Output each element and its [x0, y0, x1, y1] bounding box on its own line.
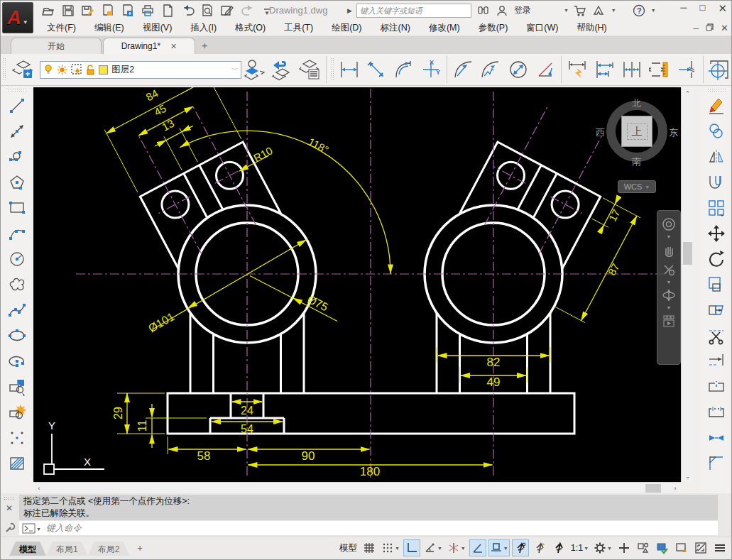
menu-insert[interactable]: 插入(I) [181, 21, 226, 35]
menu-file[interactable]: 文件(F) [38, 21, 85, 35]
annotation-visibility-icon[interactable] [512, 539, 529, 556]
dim-center-mark-icon[interactable] [706, 55, 732, 84]
dim-jogged-icon[interactable] [477, 55, 504, 84]
scroll-down-icon[interactable]: ⌄ [682, 470, 694, 482]
nav-zoom-chevron-icon[interactable]: ▼ [667, 280, 672, 285]
tab-layout1[interactable]: 布局1 [46, 542, 88, 556]
toolbar-grip[interactable] [8, 88, 26, 92]
annotation-scale-icon[interactable] [550, 539, 567, 556]
dim-break-icon[interactable] [673, 55, 700, 84]
menu-format[interactable]: 格式(O) [226, 21, 275, 35]
scroll-up-icon[interactable]: ⌃ [682, 87, 694, 99]
scroll-left-icon[interactable]: ‹ [33, 483, 45, 494]
new-drawing-icon[interactable] [160, 3, 175, 18]
polar-icon[interactable]: ▼ [422, 539, 444, 556]
drawing-canvas[interactable]: 84 45 13 R10 118° Ø101 Ø75 29 11 24 54 5… [33, 87, 681, 482]
save-icon[interactable] [60, 3, 75, 18]
tool-line[interactable] [4, 93, 31, 119]
minimize-button[interactable]: ─ [680, 2, 687, 15]
vertical-scroll-thumb[interactable] [683, 242, 692, 265]
a360-chevron-icon[interactable]: ▼ [611, 8, 616, 13]
model-space-toggle[interactable]: 模型 [338, 539, 359, 556]
iso-draft-icon[interactable]: ▼ [446, 539, 467, 556]
menu-window[interactable]: 窗口(W) [517, 21, 567, 35]
dim-diameter-icon[interactable] [504, 55, 531, 84]
wcs-button[interactable]: WCS▼ [618, 180, 656, 193]
horizontal-scroll-thumb[interactable] [645, 484, 661, 493]
tool-join[interactable] [703, 425, 730, 451]
annotation-autoscale-icon[interactable] [531, 539, 548, 556]
otrack-icon[interactable] [469, 539, 486, 556]
tool-insert-block[interactable] [4, 374, 31, 400]
plus-icon[interactable] [616, 539, 633, 556]
menu-modify[interactable]: 修改(M) [420, 21, 469, 35]
tool-stretch[interactable] [703, 297, 730, 323]
tab-close-icon[interactable]: ✕ [170, 42, 177, 51]
tool-break-point[interactable] [703, 374, 730, 400]
tool-rectangle[interactable] [4, 195, 31, 221]
dim-linear-icon[interactable] [336, 55, 363, 84]
tool-arc[interactable] [4, 221, 31, 246]
dim-space-icon[interactable] [646, 55, 673, 84]
help-chevron-icon[interactable]: ▼ [651, 8, 656, 13]
command-grip[interactable] [4, 496, 15, 500]
snap-icon[interactable]: ▼ [380, 539, 401, 556]
preview-icon[interactable] [200, 3, 214, 18]
menu-help[interactable]: 帮助(H) [567, 21, 616, 35]
tool-chamfer[interactable] [703, 451, 730, 476]
save-as-icon[interactable] [80, 3, 95, 18]
print-icon[interactable] [140, 3, 155, 18]
tool-copy[interactable] [703, 119, 730, 144]
tool-polyline[interactable] [4, 144, 31, 170]
plot-icon[interactable] [100, 3, 115, 18]
command-wrench-icon[interactable] [4, 522, 16, 536]
add-layout-button[interactable]: ＋ [129, 540, 150, 556]
osnap-icon[interactable]: ▼ [488, 539, 510, 556]
search-binoculars-icon[interactable] [476, 3, 491, 18]
nav-orbit-icon[interactable] [660, 286, 678, 304]
tab-model[interactable]: 模型 [9, 542, 46, 556]
nav-orbit-chevron-icon[interactable]: ▼ [667, 306, 672, 310]
tool-hatch[interactable] [4, 451, 31, 476]
nav-zoom-icon[interactable] [660, 260, 678, 279]
tool-break[interactable] [703, 400, 730, 425]
search-expand-icon[interactable]: ▶ [347, 7, 352, 14]
new-tab-button[interactable]: ＋ [200, 40, 209, 53]
tool-rotate[interactable] [703, 246, 730, 272]
viewcube-south[interactable]: 南 [632, 155, 641, 168]
hardware-accel-icon[interactable] [654, 539, 671, 556]
markup-icon[interactable] [219, 3, 234, 18]
combo-chevron-icon[interactable]: ﹀ [231, 65, 238, 75]
layer-adapter-icon[interactable] [8, 55, 40, 84]
app-store-cart-icon[interactable] [573, 3, 588, 18]
menu-draw[interactable]: 绘图(D) [322, 21, 371, 35]
signin-label[interactable]: 登录 [514, 4, 531, 16]
doc-restore-button[interactable] [706, 23, 714, 33]
tool-ellipse-arc[interactable] [4, 348, 31, 374]
open-icon[interactable] [40, 3, 55, 18]
tab-start[interactable]: 开始 [11, 38, 102, 54]
tool-circle[interactable] [4, 246, 31, 272]
command-prompt-icon[interactable]: ▼ [22, 523, 40, 534]
menu-dimension[interactable]: 标注(N) [371, 21, 420, 35]
menu-edit[interactable]: 编辑(E) [85, 21, 133, 35]
menu-view[interactable]: 视图(V) [133, 21, 182, 35]
tool-array[interactable] [703, 195, 730, 221]
dim-quick-icon[interactable] [564, 55, 591, 84]
nav-wheel-icon[interactable] [660, 215, 678, 234]
viewcube-west[interactable]: 西 [596, 126, 605, 139]
tool-extend[interactable] [703, 348, 730, 374]
tool-erase[interactable] [703, 93, 730, 119]
dim-baseline-icon[interactable] [591, 55, 618, 84]
tool-revcloud[interactable] [4, 272, 31, 297]
grid-icon[interactable] [361, 539, 378, 556]
vertical-scrollbar[interactable]: ⌃ ⌄ [681, 87, 693, 482]
tool-offset[interactable] [703, 170, 730, 195]
layer-color-swatch[interactable] [99, 65, 108, 75]
tab-drawing1[interactable]: Drawing1*✕ [103, 38, 195, 54]
tool-spline[interactable] [4, 297, 31, 323]
dim-radius-icon[interactable] [449, 55, 476, 84]
dim-continue-icon[interactable] [618, 55, 645, 84]
viewcube-north[interactable]: 北 [632, 97, 641, 110]
workspace-gear-icon[interactable]: ▼ [592, 539, 613, 556]
